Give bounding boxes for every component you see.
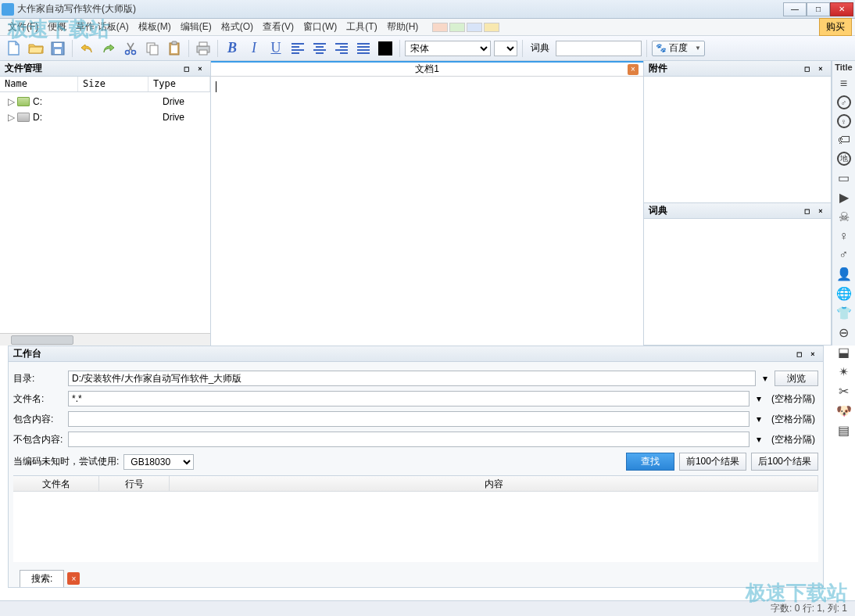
buy-button[interactable]: 购买 bbox=[819, 18, 852, 36]
menu-file[interactable]: 文件(F) bbox=[3, 19, 43, 35]
play-icon[interactable]: ▶ bbox=[835, 190, 853, 205]
text-color-icon[interactable] bbox=[376, 39, 395, 58]
include-input[interactable] bbox=[68, 411, 749, 427]
col-filename[interactable]: 文件名 bbox=[13, 476, 99, 491]
encoding-select[interactable]: GB18030 bbox=[123, 454, 194, 470]
panel-close-icon[interactable]: × bbox=[807, 349, 818, 360]
col-name[interactable]: Name bbox=[0, 77, 78, 91]
location-icon[interactable]: 地 bbox=[835, 152, 853, 166]
exclude-input[interactable] bbox=[68, 432, 749, 447]
col-content[interactable]: 内容 bbox=[170, 476, 818, 491]
menu-window[interactable]: 窗口(W) bbox=[299, 19, 342, 35]
col-size[interactable]: Size bbox=[78, 77, 148, 91]
tree-row[interactable]: ▷ D: Drive bbox=[2, 109, 209, 125]
filename-input[interactable] bbox=[68, 391, 749, 406]
new-file-icon[interactable] bbox=[5, 39, 23, 58]
dropdown-arrow-icon[interactable]: ▾ bbox=[760, 373, 770, 384]
menu-edit[interactable]: 编辑(E) bbox=[176, 19, 216, 35]
dropdown-arrow-icon[interactable]: ▾ bbox=[754, 393, 764, 404]
italic-icon[interactable]: I bbox=[245, 39, 263, 58]
col-type[interactable]: Type bbox=[148, 77, 210, 91]
panel-float-icon[interactable]: ◻ bbox=[801, 206, 812, 217]
hamburger-icon[interactable]: ≡ bbox=[835, 77, 853, 91]
underline-icon[interactable]: U bbox=[267, 39, 285, 58]
swatch-green[interactable] bbox=[449, 23, 465, 32]
dictionary-input[interactable] bbox=[556, 41, 642, 56]
text-box-icon[interactable]: ▭ bbox=[835, 170, 853, 185]
venus-icon[interactable]: ♀ bbox=[835, 229, 853, 243]
panel-float-icon[interactable]: ◻ bbox=[793, 349, 804, 360]
search-tab-close-icon[interactable]: × bbox=[67, 572, 80, 585]
search-engine-select[interactable]: 🐾 百度 ▼ bbox=[652, 41, 705, 56]
close-button[interactable]: ✕ bbox=[830, 2, 853, 16]
search-button[interactable]: 查找 bbox=[626, 453, 674, 471]
menu-view[interactable]: 查看(V) bbox=[258, 19, 299, 35]
font-select[interactable]: 宋体 bbox=[405, 41, 491, 56]
align-center-icon[interactable] bbox=[310, 39, 329, 58]
list-icon[interactable]: ▤ bbox=[835, 423, 853, 438]
menu-tools[interactable]: 工具(T) bbox=[342, 19, 381, 35]
panel-float-icon[interactable]: ◻ bbox=[801, 63, 812, 74]
font-size-select[interactable] bbox=[494, 41, 517, 56]
prev-results-button[interactable]: 前100个结果 bbox=[679, 453, 746, 471]
maximize-button[interactable]: □ bbox=[807, 2, 830, 16]
dropdown-arrow-icon[interactable]: ▾ bbox=[754, 414, 764, 424]
search-tab[interactable]: 搜索: bbox=[20, 570, 64, 587]
close-tab-icon[interactable]: × bbox=[628, 64, 639, 75]
menu-overview[interactable]: 便概 bbox=[43, 19, 71, 35]
male-circle-icon[interactable]: ♂ bbox=[835, 95, 853, 109]
menu-articles[interactable]: 草作·话板(A) bbox=[71, 19, 133, 35]
bold-icon[interactable]: B bbox=[223, 39, 241, 58]
globe-icon[interactable]: 🌐 bbox=[835, 286, 853, 301]
swatch-blue[interactable] bbox=[467, 23, 482, 32]
copy-icon[interactable] bbox=[143, 39, 162, 58]
female-circle-icon[interactable]: ♀ bbox=[835, 114, 853, 128]
tree-row[interactable]: ▷ C: Drive bbox=[2, 94, 209, 109]
print-icon[interactable] bbox=[194, 39, 213, 58]
save-icon[interactable] bbox=[48, 39, 67, 58]
panel-close-icon[interactable]: × bbox=[815, 206, 826, 217]
swatch-yellow[interactable] bbox=[484, 23, 499, 32]
scrollbar-thumb[interactable] bbox=[11, 335, 73, 345]
horizontal-scrollbar[interactable] bbox=[0, 333, 210, 346]
directory-input[interactable] bbox=[68, 371, 756, 386]
menu-help[interactable]: 帮助(H) bbox=[382, 19, 424, 35]
align-justify-icon[interactable] bbox=[354, 39, 373, 58]
redo-icon[interactable] bbox=[99, 39, 118, 58]
tag-icon[interactable]: 🏷 bbox=[835, 133, 853, 147]
strip-title[interactable]: Title bbox=[835, 63, 853, 72]
minimize-button[interactable]: — bbox=[783, 2, 807, 16]
panel-float-icon[interactable]: ◻ bbox=[181, 63, 191, 74]
paste-icon[interactable] bbox=[165, 39, 184, 58]
align-right-icon[interactable] bbox=[332, 39, 351, 58]
attachment-body[interactable] bbox=[644, 77, 831, 203]
open-folder-icon[interactable] bbox=[27, 39, 45, 58]
browse-button[interactable]: 浏览 bbox=[775, 371, 818, 386]
stairs-icon[interactable]: ⬓ bbox=[835, 345, 853, 360]
cut-icon[interactable] bbox=[121, 39, 140, 58]
title-bar: 大作家自动写作软件(大师版) — □ ✕ bbox=[0, 0, 855, 19]
panel-close-icon[interactable]: × bbox=[815, 63, 826, 74]
expand-icon[interactable]: ▷ bbox=[8, 112, 17, 123]
panel-close-icon[interactable]: × bbox=[195, 63, 206, 74]
shirt-icon[interactable]: 👕 bbox=[835, 306, 853, 321]
expand-icon[interactable]: ▷ bbox=[8, 96, 17, 107]
pet-icon[interactable]: 🐶 bbox=[835, 403, 853, 418]
swatch-peach[interactable] bbox=[432, 23, 448, 32]
next-results-button[interactable]: 后100个结果 bbox=[751, 453, 818, 471]
editor-textarea[interactable] bbox=[211, 77, 643, 346]
dictionary-body[interactable] bbox=[644, 219, 831, 346]
col-line[interactable]: 行号 bbox=[99, 476, 170, 491]
result-table: 文件名 行号 内容 bbox=[13, 475, 818, 562]
profile-icon[interactable]: 👤 bbox=[835, 267, 853, 281]
skull-icon[interactable]: ☠ bbox=[835, 210, 853, 224]
cross-swords-icon[interactable]: ✂ bbox=[835, 384, 853, 399]
menu-template[interactable]: 模板(M) bbox=[134, 19, 176, 35]
undo-icon[interactable] bbox=[77, 39, 96, 58]
dropdown-arrow-icon[interactable]: ▾ bbox=[754, 434, 764, 445]
menu-format[interactable]: 格式(O) bbox=[216, 19, 258, 35]
wheel-icon[interactable]: ✴ bbox=[835, 364, 853, 379]
align-left-icon[interactable] bbox=[288, 39, 307, 58]
mars-icon[interactable]: ♂ bbox=[835, 248, 853, 262]
ball-icon[interactable]: ⊖ bbox=[835, 325, 853, 340]
